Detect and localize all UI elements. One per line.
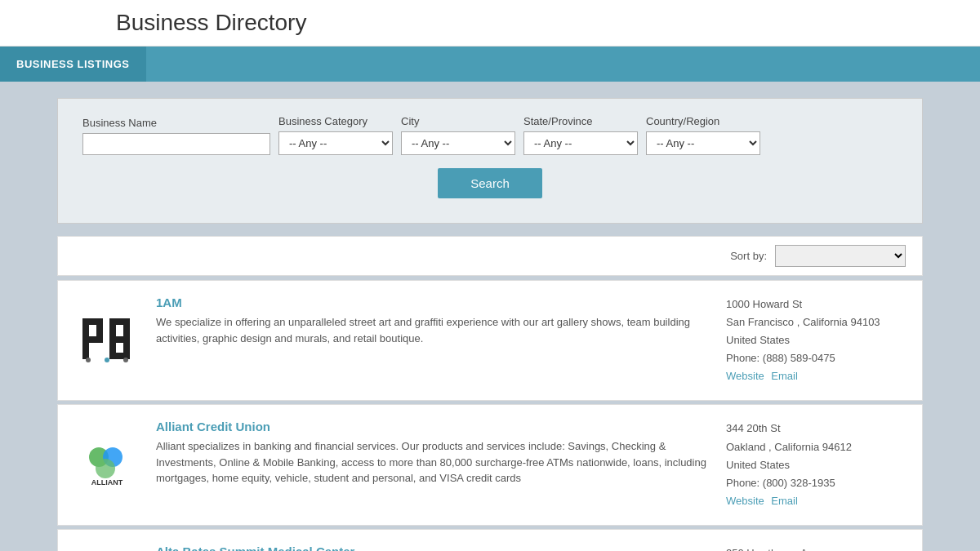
- address-line1: 350 Hawthorne Ave: [726, 544, 906, 551]
- search-fields: Business Name Business Category -- Any -…: [82, 115, 898, 155]
- address-country: United States: [726, 331, 906, 349]
- state-field-group: State/Province -- Any --: [523, 115, 638, 155]
- listing-address: 350 Hawthorne Ave Oakland , California 9…: [726, 544, 906, 551]
- listing-card: ALLIANT Alliant Credit UnionAlliant spec…: [57, 404, 923, 525]
- address-links: Website Email: [726, 492, 906, 510]
- website-link[interactable]: Website: [726, 370, 764, 382]
- svg-rect-7: [109, 336, 130, 343]
- listing-name[interactable]: Alta Bates Summit Medical Center: [156, 544, 710, 551]
- listing-card: Alta Bates Summit Medical Center A Sutte…: [57, 529, 923, 551]
- listing-logo: [74, 295, 140, 385]
- listing-logo: Alta Bates Summit Medical Center A Sutte…: [74, 544, 140, 551]
- category-label: Business Category: [278, 115, 393, 127]
- address-phone: Phone: (800) 328-1935: [726, 474, 906, 492]
- search-btn-row: Search: [82, 168, 898, 198]
- address-line1: 344 20th St: [726, 420, 906, 438]
- state-label: State/Province: [523, 115, 638, 127]
- listing-description: We specialize in offering an unparallele…: [156, 314, 710, 346]
- address-links: Website Email: [726, 367, 906, 385]
- svg-rect-6: [109, 318, 130, 325]
- nav-bar: BUSINESS LISTINGS: [0, 47, 980, 82]
- city-select[interactable]: -- Any --: [401, 131, 515, 155]
- listing-info: Alta Bates Summit Medical CenterAlta Bat…: [156, 544, 710, 551]
- svg-point-11: [123, 358, 128, 362]
- logo-image: ALLIANT: [78, 439, 136, 491]
- listing-description: Alliant specializes in banking and finan…: [156, 438, 710, 487]
- business-name-input[interactable]: [82, 133, 270, 155]
- address-country: United States: [726, 456, 906, 474]
- page-title: Business Directory: [116, 10, 980, 36]
- listing-info: 1AMWe specialize in offering an unparall…: [156, 295, 710, 385]
- svg-rect-2: [96, 318, 103, 339]
- listing-address: 1000 Howard St San Francisco , Californi…: [726, 295, 906, 385]
- address-line1: 1000 Howard St: [726, 295, 906, 313]
- listings-container: 1AMWe specialize in offering an unparall…: [57, 280, 923, 551]
- country-field-group: Country/Region -- Any --: [646, 115, 760, 155]
- svg-text:ALLIANT: ALLIANT: [91, 478, 123, 487]
- address-phone: Phone: (888) 589-0475: [726, 349, 906, 367]
- city-field-group: City -- Any --: [401, 115, 515, 155]
- business-name-field-group: Business Name: [82, 117, 270, 155]
- listing-info: Alliant Credit UnionAlliant specializes …: [156, 420, 710, 509]
- sort-label: Sort by:: [730, 250, 767, 262]
- svg-point-14: [96, 459, 115, 478]
- state-select[interactable]: -- Any --: [523, 131, 638, 155]
- main-content: Business Name Business Category -- Any -…: [57, 82, 923, 551]
- email-link[interactable]: Email: [771, 495, 798, 507]
- country-label: Country/Region: [646, 115, 760, 127]
- search-button[interactable]: Search: [438, 168, 542, 198]
- logo-image: [78, 314, 136, 367]
- svg-point-10: [105, 358, 109, 362]
- email-link[interactable]: Email: [771, 370, 798, 382]
- category-select[interactable]: -- Any --: [278, 131, 393, 155]
- svg-rect-3: [82, 336, 103, 343]
- country-select[interactable]: -- Any --: [646, 131, 760, 155]
- listing-name[interactable]: 1AM: [156, 295, 710, 309]
- svg-point-9: [86, 358, 91, 362]
- business-name-label: Business Name: [82, 117, 270, 129]
- nav-item-business-listings[interactable]: BUSINESS LISTINGS: [0, 47, 146, 82]
- search-box: Business Name Business Category -- Any -…: [57, 98, 923, 224]
- listing-logo: ALLIANT: [74, 420, 140, 509]
- category-field-group: Business Category -- Any --: [278, 115, 393, 155]
- city-label: City: [401, 115, 515, 127]
- listing-name[interactable]: Alliant Credit Union: [156, 420, 710, 433]
- sort-row: Sort by:: [57, 236, 923, 276]
- listing-card: 1AMWe specialize in offering an unparall…: [57, 280, 923, 401]
- page-header: Business Directory: [0, 0, 980, 47]
- website-link[interactable]: Website: [726, 495, 764, 507]
- listing-address: 344 20th St Oakland , California 94612 U…: [726, 420, 906, 509]
- address-line2: Oakland , California 94612: [726, 438, 906, 456]
- address-line2: San Francisco , California 94103: [726, 313, 906, 331]
- sort-select[interactable]: [775, 245, 906, 267]
